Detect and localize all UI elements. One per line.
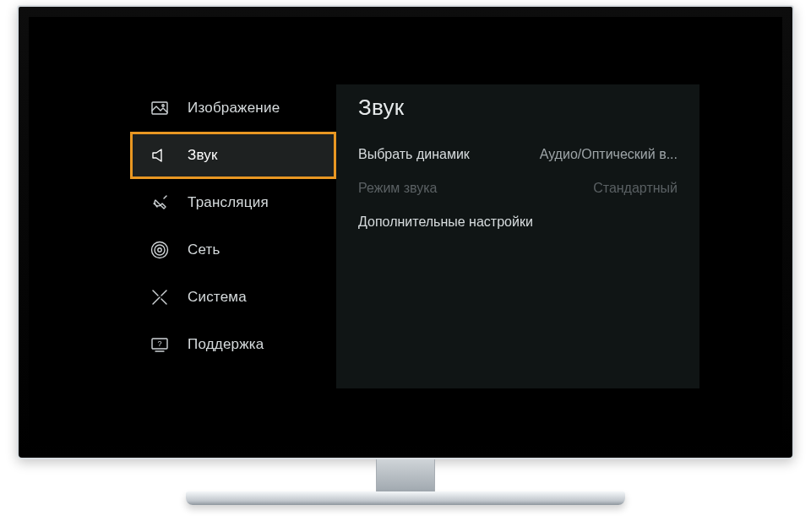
- tv-frame: Изображение Звук Трансляция: [17, 5, 794, 459]
- row-value: Аудио/Оптический в...: [540, 147, 678, 162]
- row-label: Выбрать динамик: [358, 147, 470, 162]
- sidebar-item-label: Поддержка: [188, 336, 264, 353]
- panel-title: Звук: [358, 95, 678, 121]
- panel-row-advanced[interactable]: Дополнительные настройки: [358, 205, 678, 239]
- settings-sidebar: Изображение Звук Трансляция: [130, 84, 336, 388]
- sidebar-item-label: Трансляция: [188, 194, 269, 211]
- panel-row-soundmode: Режим звука Стандартный: [358, 171, 678, 205]
- svg-point-1: [162, 105, 164, 106]
- settings-panel: Звук Выбрать динамик Аудио/Оптический в.…: [336, 84, 699, 388]
- sidebar-item-label: Звук: [188, 147, 218, 164]
- network-icon: [149, 239, 171, 261]
- tv-screen: Изображение Звук Трансляция: [29, 17, 782, 446]
- row-value: Стандартный: [593, 181, 678, 196]
- svg-line-2: [164, 196, 166, 198]
- sidebar-item-label: Сеть: [188, 242, 220, 258]
- settings-root: Изображение Звук Трансляция: [130, 84, 699, 388]
- sidebar-item-system[interactable]: Система: [130, 274, 336, 321]
- svg-text:?: ?: [157, 339, 161, 348]
- tv-stand-base: [186, 491, 625, 505]
- tools-icon: [149, 286, 171, 308]
- row-label: Дополнительные настройки: [358, 214, 533, 230]
- svg-point-3: [158, 248, 161, 252]
- sidebar-item-picture[interactable]: Изображение: [130, 84, 336, 132]
- speaker-icon: [149, 144, 171, 166]
- panel-row-speaker[interactable]: Выбрать динамик Аудио/Оптический в...: [358, 138, 678, 171]
- sidebar-item-network[interactable]: Сеть: [130, 226, 336, 274]
- support-icon: ?: [149, 334, 171, 356]
- tv-stand-neck: [376, 459, 435, 493]
- sidebar-item-label: Система: [188, 289, 247, 306]
- sidebar-item-broadcast[interactable]: Трансляция: [130, 179, 336, 226]
- sidebar-item-label: Изображение: [188, 100, 280, 117]
- sidebar-item-sound[interactable]: Звук: [130, 132, 336, 179]
- row-label: Режим звука: [358, 181, 438, 196]
- svg-point-4: [155, 245, 165, 255]
- satellite-icon: [149, 192, 171, 214]
- sidebar-item-support[interactable]: ? Поддержка: [130, 321, 336, 368]
- picture-icon: [149, 97, 171, 119]
